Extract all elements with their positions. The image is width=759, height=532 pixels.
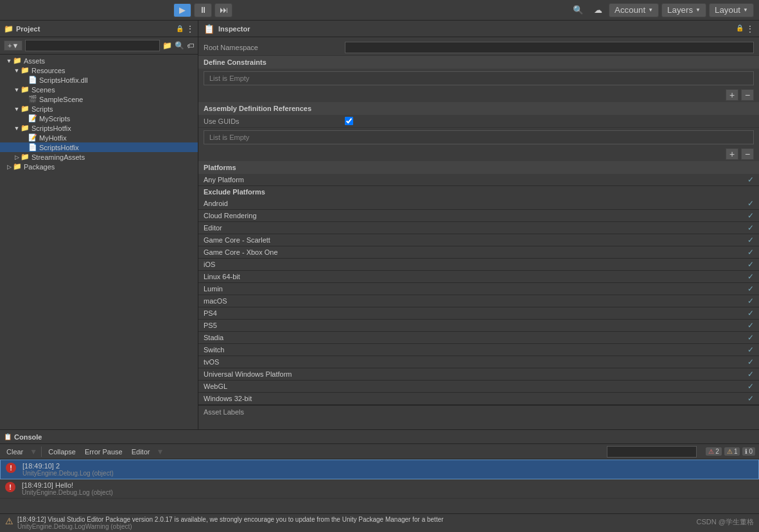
msg-1-subtext: UnityEngine.Debug.Log (object) (22, 489, 754, 496)
msg-0-text: [18:49:10] 2 (22, 462, 753, 470)
platform-check-12: ✓ (747, 345, 754, 354)
assembly-def-header: Assembly Definition References (198, 102, 759, 115)
editor-button[interactable]: Editor (129, 447, 153, 457)
platform-label-15: WebGL (204, 382, 747, 390)
platform-label-8: macOS (204, 297, 747, 305)
more-options-icon[interactable]: ⋮ (186, 24, 194, 33)
watermark: CSDN @学生董格 (697, 517, 754, 527)
step-button[interactable]: ⏭ (214, 3, 232, 17)
search-icon: 🔍 (175, 41, 184, 50)
assembly-def-add-btn[interactable]: + (726, 148, 738, 160)
error-count: 2 (715, 448, 719, 455)
assets-arrow: ▼ (5, 58, 13, 64)
warn-count: 1 (734, 448, 738, 455)
resources-arrow: ▼ (13, 67, 21, 74)
tree-item-scriptshotfix-dll[interactable]: 📄 ScriptsHotfix.dll (0, 75, 198, 85)
console-toolbar: Clear ▼ Collapse Error Pause Editor ▼ ⚠ … (0, 444, 759, 459)
inspector-more-icon[interactable]: ⋮ (746, 24, 754, 33)
project-panel-title: Project (16, 25, 40, 33)
tree-item-scriptshotfix-folder[interactable]: ▼ 📁 ScriptsHotfix (0, 123, 198, 133)
console-bottom-warning: ⚠ [18:49:12] Visual Studio Editor Packag… (0, 513, 759, 532)
bottom-warn-icon: ⚠ (5, 516, 13, 526)
inspector-title: Inspector (218, 25, 250, 33)
project-tree: ▼ 📁 Assets ▼ 📁 Resources 📄 ScriptsHotfix… (0, 55, 198, 429)
cloud-icon[interactable]: ☁ (590, 4, 606, 16)
platform-label-6: Linux 64-bit (204, 273, 747, 280)
layers-label: Layers (667, 5, 693, 15)
pause-button[interactable]: ⏸ (194, 3, 212, 17)
tree-item-scriptshotfix-file[interactable]: 📄 ScriptsHotfix (0, 142, 198, 152)
asset-labels-bar: Asset Labels (198, 405, 759, 418)
samplescene-label: SampleScene (39, 96, 83, 103)
layout-dropdown[interactable]: Layout ▼ (709, 3, 754, 17)
inspector-lock-icon[interactable]: 🔒 (736, 24, 744, 33)
account-dropdown[interactable]: Account ▼ (609, 3, 659, 17)
play-button[interactable]: ▶ (173, 3, 191, 17)
platform-check-14: ✓ (747, 370, 754, 379)
platform-label-13: tvOS (204, 358, 747, 366)
collapse-button[interactable]: Collapse (46, 447, 78, 457)
tree-item-scenes[interactable]: ▼ 📁 Scenes (0, 85, 198, 94)
layout-dropdown-arrow: ▼ (743, 7, 748, 13)
console-msg-1[interactable]: ! [18:49:10] Hello! UnityEngine.Debug.Lo… (0, 479, 759, 499)
scenes-label: Scenes (31, 86, 55, 94)
tree-item-myhotfix[interactable]: 📝 MyHotfix (0, 133, 198, 142)
info-icon-badge: ℹ (745, 448, 747, 455)
platform-check-7: ✓ (747, 284, 754, 293)
bottom-warning-sub: UnityEngine.Debug.LogWarning (object) (17, 523, 444, 530)
assembly-def-btns: + − (198, 147, 759, 161)
packages-label: Packages (24, 163, 55, 171)
resources-label: Resources (31, 67, 65, 74)
error-pause-button[interactable]: Error Pause (82, 447, 125, 457)
platform-row-7: Lumin✓ (198, 283, 759, 295)
msg-1-text: [18:49:10] Hello! (22, 481, 754, 489)
use-guids-checkbox[interactable] (345, 117, 353, 125)
error-badge: ⚠ 2 (706, 447, 722, 456)
platform-row-12: Switch✓ (198, 344, 759, 356)
scriptshotfix-file-label: ScriptsHotfix (39, 144, 79, 151)
layout-label: Layout (715, 5, 740, 15)
tree-item-streamingassets[interactable]: ▷ 📁 StreamingAssets (0, 152, 198, 162)
define-constraints-add-btn[interactable]: + (726, 89, 738, 101)
tree-item-scripts[interactable]: ▼ 📁 Scripts (0, 104, 198, 114)
tree-item-packages[interactable]: ▷ 📁 Packages (0, 162, 198, 171)
project-panel-icons: 🔒 ⋮ (176, 24, 194, 33)
root-namespace-row: Root Namespace (198, 40, 759, 56)
tree-item-samplescene[interactable]: 🎬 SampleScene (0, 94, 198, 104)
assembly-def-remove-btn[interactable]: − (741, 148, 754, 160)
platform-check-11: ✓ (747, 333, 754, 342)
search-cloud-icon[interactable]: 🔍 (569, 4, 588, 16)
search-input[interactable] (25, 40, 160, 51)
project-panel-header: 📁 Project 🔒 ⋮ (0, 21, 198, 37)
tree-item-assets[interactable]: ▼ 📁 Assets (0, 56, 198, 65)
define-constraints-label: Define Constraints (204, 58, 266, 66)
msg-0-content: [18:49:10] 2 UnityEngine.Debug.Log (obje… (22, 462, 753, 477)
console-msg-0[interactable]: ! [18:49:10] 2 UnityEngine.Debug.Log (ob… (0, 459, 759, 479)
warn-badge: ⚠ 1 (724, 447, 740, 456)
info-count: 0 (749, 448, 753, 455)
platform-row-14: Universal Windows Platform✓ (198, 368, 759, 381)
main-area: 📁 Project 🔒 ⋮ +▼ 📁 🔍 🏷 ▼ 📁 Assets (0, 21, 759, 429)
tree-item-myscripts[interactable]: 📝 MyScripts (0, 114, 198, 123)
clear-button[interactable]: Clear (4, 447, 26, 457)
assembly-def-empty: List is Empty (209, 133, 249, 141)
platform-check-3: ✓ (747, 236, 754, 245)
warn-icon-badge: ⚠ (727, 448, 733, 455)
platform-check-5: ✓ (747, 260, 754, 269)
tree-item-resources[interactable]: ▼ 📁 Resources (0, 65, 198, 75)
scriptshotfix-folder-label: ScriptsHotfix (31, 124, 71, 132)
scripts-arrow: ▼ (13, 106, 21, 112)
add-button[interactable]: +▼ (4, 40, 22, 51)
define-constraints-remove-btn[interactable]: − (741, 89, 754, 101)
platform-row-15: WebGL✓ (198, 381, 759, 393)
error-circle-icon-1: ! (5, 482, 15, 492)
platform-row-10: PS5✓ (198, 320, 759, 332)
root-namespace-input[interactable] (345, 42, 754, 53)
platform-label-16: Windows 32-bit (204, 395, 747, 402)
streamingassets-label: StreamingAssets (31, 153, 85, 161)
console-search-input[interactable] (607, 446, 697, 458)
platform-check-4: ✓ (747, 248, 754, 257)
platform-row-0: Android✓ (198, 198, 759, 210)
platform-label-1: Cloud Rendering (204, 212, 747, 219)
layers-dropdown[interactable]: Layers ▼ (661, 3, 706, 17)
